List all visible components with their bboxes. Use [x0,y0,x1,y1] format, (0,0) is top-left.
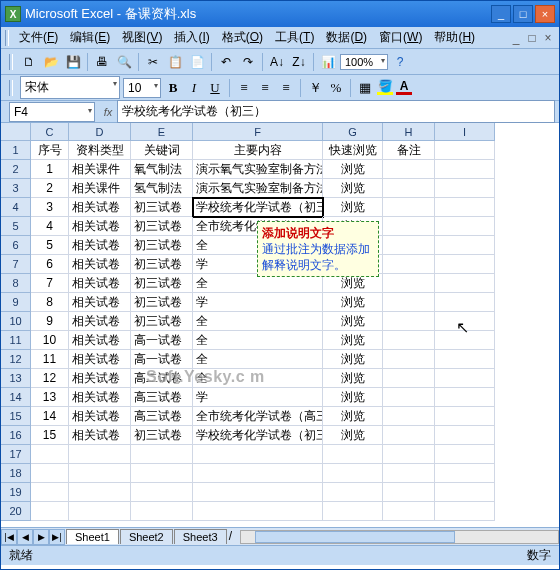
paste-icon[interactable]: 📄 [187,52,207,72]
column-header-I[interactable]: I [435,123,495,141]
menu-item-1[interactable]: 编辑(E) [64,27,116,48]
cell[interactable]: 相关试卷 [69,293,131,312]
font-combo[interactable]: 宋体 [20,76,120,99]
cell[interactable]: 7 [31,274,69,293]
cell[interactable]: 相关试卷 [69,255,131,274]
column-header-F[interactable]: F [193,123,323,141]
cell[interactable]: 氧气制法 [131,160,193,179]
cell[interactable]: 学 [193,293,323,312]
cell[interactable]: 高三试卷 [131,388,193,407]
cell[interactable]: 初三试卷 [131,312,193,331]
row-header[interactable]: 15 [1,407,31,426]
cell[interactable]: 浏览 [323,407,383,426]
preview-icon[interactable]: 🔍 [114,52,134,72]
cell[interactable] [383,217,435,236]
cell[interactable] [193,502,323,521]
cell[interactable]: 高三试卷 [131,407,193,426]
cell[interactable]: 浏览 [323,331,383,350]
cell[interactable]: 高一试卷 [131,331,193,350]
cell[interactable] [323,445,383,464]
cell[interactable] [435,388,495,407]
cell[interactable] [383,502,435,521]
row-header[interactable]: 10 [1,312,31,331]
minimize-button[interactable]: _ [491,5,511,23]
cell[interactable]: 浏览 [323,350,383,369]
chart-icon[interactable]: 📊 [318,52,338,72]
horizontal-scrollbar[interactable] [240,530,559,544]
cell[interactable]: 氢气制法 [131,179,193,198]
menu-item-7[interactable]: 窗口(W) [373,27,428,48]
cut-icon[interactable]: ✂ [143,52,163,72]
cell[interactable] [31,483,69,502]
column-header-E[interactable]: E [131,123,193,141]
cell[interactable]: 相关试卷 [69,198,131,217]
menu-item-3[interactable]: 插入(I) [168,27,215,48]
cell[interactable] [435,483,495,502]
cell-comment[interactable]: 添加说明文字 通过批注为数据添加解释说明文字。 [257,221,379,277]
row-header[interactable]: 9 [1,293,31,312]
cell[interactable]: 高一试卷 [131,350,193,369]
cell[interactable]: 初三试卷 [131,236,193,255]
cell[interactable]: 8 [31,293,69,312]
cell[interactable] [383,483,435,502]
borders-icon[interactable]: ▦ [356,79,374,97]
cell[interactable] [383,293,435,312]
cell[interactable]: 演示氧气实验室制备方法 [193,160,323,179]
open-icon[interactable]: 📂 [41,52,61,72]
sheet-tab[interactable]: Sheet3 [174,529,227,544]
fontsize-combo[interactable]: 10 [123,78,161,98]
tab-nav-button[interactable]: |◀ [1,529,17,545]
bold-button[interactable]: B [164,79,182,97]
cell[interactable] [435,179,495,198]
fx-icon[interactable]: fx [99,106,117,118]
cell[interactable]: 2 [31,179,69,198]
cell[interactable]: 关键词 [131,141,193,160]
cell[interactable] [435,464,495,483]
toolbar-grip[interactable] [9,54,13,70]
cell[interactable]: 相关试卷 [69,236,131,255]
cell[interactable] [31,445,69,464]
cell[interactable]: 相关试卷 [69,369,131,388]
cell[interactable]: 全市统考化学试卷（高三） [193,407,323,426]
row-header[interactable]: 2 [1,160,31,179]
percent-icon[interactable]: % [327,79,345,97]
cell[interactable] [383,407,435,426]
cell[interactable]: 浏览 [323,198,383,217]
name-box[interactable]: F4 [9,102,95,122]
cell[interactable] [435,255,495,274]
cell[interactable] [435,160,495,179]
cell[interactable] [131,445,193,464]
cell[interactable]: 浏览 [323,426,383,445]
cell[interactable] [435,141,495,160]
cell[interactable]: 相关试卷 [69,350,131,369]
cell[interactable] [31,464,69,483]
cell[interactable]: 5 [31,236,69,255]
close-button[interactable]: × [535,5,555,23]
cell[interactable] [323,483,383,502]
cell[interactable] [69,445,131,464]
cell[interactable]: 相关课件 [69,179,131,198]
cell[interactable]: 序号 [31,141,69,160]
save-icon[interactable]: 💾 [63,52,83,72]
cell[interactable]: 6 [31,255,69,274]
menu-item-2[interactable]: 视图(V) [116,27,168,48]
align-right-icon[interactable]: ≡ [277,79,295,97]
cell[interactable] [193,445,323,464]
cell[interactable] [193,483,323,502]
cell[interactable]: 主要内容 [193,141,323,160]
row-header[interactable]: 1 [1,141,31,160]
cell[interactable] [435,445,495,464]
cell[interactable] [435,502,495,521]
menubar-grip[interactable] [5,30,9,46]
new-icon[interactable]: 🗋 [19,52,39,72]
cell[interactable]: 11 [31,350,69,369]
cell[interactable] [383,388,435,407]
cell[interactable]: 相关试卷 [69,331,131,350]
menu-item-5[interactable]: 工具(T) [269,27,320,48]
help-icon[interactable]: ? [390,52,410,72]
menu-item-4[interactable]: 格式(O) [216,27,269,48]
row-header[interactable]: 8 [1,274,31,293]
cell[interactable]: 12 [31,369,69,388]
cell[interactable] [435,331,495,350]
cell[interactable]: 浏览 [323,388,383,407]
